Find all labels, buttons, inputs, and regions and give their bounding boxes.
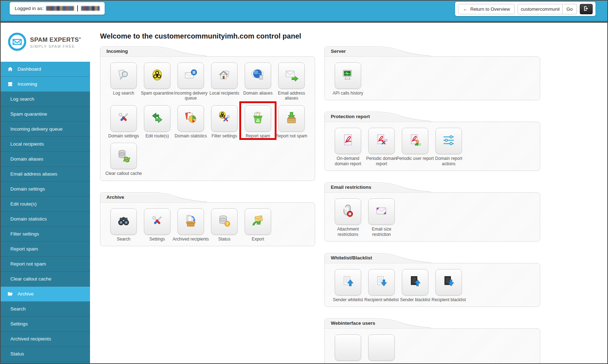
icon-button xyxy=(368,198,395,225)
panel-item-export[interactable]: Export xyxy=(241,208,275,242)
panel-item-local-recipients[interactable]: Local recipients xyxy=(208,62,241,101)
sidebar-item-domain-statistics[interactable]: Domain statistics xyxy=(1,212,90,227)
logout-button[interactable] xyxy=(580,4,593,14)
panel-item-periodic-domain-report[interactable]: Periodic domain report xyxy=(365,128,398,166)
panel-item-attachment-restrictions[interactable]: Attachment restrictions xyxy=(331,198,365,237)
panel-item-sender-blacklist[interactable]: Sender blacklist xyxy=(398,269,432,302)
sidebar-item-settings[interactable]: Settings xyxy=(1,317,90,332)
sidebar-item-label: Clear callout cache xyxy=(10,276,51,282)
icon-button: ? xyxy=(211,208,238,235)
return-to-overview-button[interactable]: ← Return to Overview xyxy=(458,4,514,14)
sidebar-item-item[interactable] xyxy=(1,362,90,363)
panel-item-log-search[interactable]: Log search xyxy=(107,62,140,101)
binoculars-icon xyxy=(116,214,131,229)
panel-tab-server: Server xyxy=(324,46,432,57)
sidebar-item-report-not-spam[interactable]: Report not spam xyxy=(1,257,90,272)
sidebar-item-clear-callout-cache[interactable]: Clear callout cache xyxy=(1,272,90,287)
panel-item-email-size-restriction[interactable]: Email size restriction xyxy=(365,198,398,237)
monitor-graph-icon xyxy=(341,68,355,84)
panel-item-api-calls-history[interactable]: API calls history xyxy=(331,62,365,96)
archive-box-icon xyxy=(184,214,198,229)
panel-server: ServerAPI calls history xyxy=(324,46,540,100)
panel-item-label: Attachment restrictions xyxy=(329,227,367,237)
panel-item-on-demand-domain-report[interactable]: On-demand domain report xyxy=(331,128,365,166)
sidebar-item-label: Spam quarantine xyxy=(10,111,47,117)
sidebar-item-domain-settings[interactable]: Domain settings xyxy=(1,182,90,197)
panel-item-settings[interactable]: Settings xyxy=(140,208,174,242)
panel-item-label: Report not spam xyxy=(273,133,310,138)
panel-item-filter-settings[interactable]: Filter settings xyxy=(208,105,241,138)
panel-item-email-address-aliases[interactable]: Email address aliases xyxy=(275,62,308,101)
panel-item-sender-whitelist[interactable]: Sender whitelist xyxy=(331,269,365,302)
panel-webinterface-users: Webinterface users xyxy=(324,318,540,363)
panel-item-recipient-blacklist[interactable]: Recipient blacklist xyxy=(432,269,465,302)
panel-item-archived-recipients[interactable]: Archived recipients xyxy=(174,208,208,242)
icon-button xyxy=(245,208,271,235)
panel-item-domain-settings[interactable]: Domain settings xyxy=(107,105,140,138)
panel-body: SearchSettingsArchived recipients?Status… xyxy=(100,202,315,246)
panel-item-label: On-demand domain report xyxy=(329,156,367,166)
topbar: Logged in as: ← Return to Overview Go xyxy=(1,1,607,21)
sidebar-item-edit-route-s[interactable]: Edit route(s) xyxy=(1,197,90,212)
panel-item-label: Filter settings xyxy=(205,133,243,138)
panel-item-report-not-spam[interactable]: Report not spam xyxy=(275,105,308,138)
panel-item-domain-report-actions[interactable]: Domain report actions xyxy=(432,128,465,166)
icon-button xyxy=(144,62,170,89)
panel-item-clear-callout-cache[interactable]: Clear callout cache xyxy=(107,143,140,176)
sidebar-item-incoming-delivery-queue[interactable]: Incoming delivery queue xyxy=(1,122,90,137)
sidebar-item-status[interactable]: Status xyxy=(1,347,90,362)
panel-item-recipient-whitelist[interactable]: Recipient whitelist xyxy=(365,269,398,302)
sidebar-item-local-recipients[interactable]: Local recipients xyxy=(1,137,90,152)
sidebar-item-label: Archived recipients xyxy=(10,336,51,342)
panel-item-search[interactable]: Search xyxy=(107,208,140,242)
icon-button xyxy=(402,269,428,295)
icon-button xyxy=(368,334,395,361)
sidebar-item-label: Status xyxy=(10,351,24,357)
panel-item-item[interactable] xyxy=(331,334,365,363)
sidebar-item-log-search[interactable]: Log search xyxy=(1,92,90,107)
panel-item-label: Email size restriction xyxy=(363,227,400,237)
sidebar-item-incoming[interactable]: Incoming xyxy=(1,77,90,92)
panel-item-domain-statistics[interactable]: Domain statistics xyxy=(174,105,208,138)
sidebar-item-domain-aliases[interactable]: Domain aliases xyxy=(1,152,90,167)
home-icon xyxy=(7,66,13,72)
go-button[interactable]: Go xyxy=(563,4,577,14)
sidebar-item-label: Settings xyxy=(10,321,28,327)
panel-item-item[interactable] xyxy=(365,334,398,363)
main-content: Welcome to the customercommunityimh.com … xyxy=(90,23,607,363)
panel-item-spam-quarantine[interactable]: Spam quarantine xyxy=(140,62,174,101)
sidebar-item-label: Local recipients xyxy=(10,141,44,147)
sidebar-item-label: Incoming xyxy=(18,81,37,87)
sidebar-item-archived-recipients[interactable]: Archived recipients xyxy=(1,332,90,347)
control-panel-page: Logged in as: ← Return to Overview Go xyxy=(0,0,608,364)
logo: SPAM EXPERTS® SIMPLY SPAM FREE xyxy=(1,23,90,62)
page-title: Welcome to the customercommunityimh.com … xyxy=(100,32,607,40)
panel-item-incoming-delivery-queue[interactable]: Incoming delivery queue xyxy=(174,62,208,101)
panel-title: Webinterface users xyxy=(324,318,375,326)
panel-email-restrictions: Email restrictionsAttachment restriction… xyxy=(324,182,540,242)
sidebar-item-filter-settings[interactable]: Filter settings xyxy=(1,227,90,242)
mail-forward-icon xyxy=(284,68,299,84)
panel-item-status[interactable]: ?Status xyxy=(208,208,241,242)
panel-title: Incoming xyxy=(100,46,128,54)
sidebar-item-email-address-aliases[interactable]: Email address aliases xyxy=(1,167,90,182)
panel-item-edit-route-s[interactable]: Edit route(s) xyxy=(140,105,174,138)
topbar-controls: ← Return to Overview Go xyxy=(455,2,595,16)
domain-input[interactable] xyxy=(518,4,563,14)
blacklist-down-icon xyxy=(442,274,456,290)
icon-button xyxy=(335,334,361,361)
sidebar-item-archive[interactable]: Archive xyxy=(1,287,90,302)
sidebar-item-spam-quarantine[interactable]: Spam quarantine xyxy=(1,107,90,122)
panel-body: API calls history xyxy=(324,56,540,100)
sidebar-item-report-spam[interactable]: Report spam xyxy=(1,242,90,257)
sidebar-item-dashboard[interactable]: Dashboard xyxy=(1,62,90,77)
icon-button xyxy=(144,208,170,235)
redacted-caret xyxy=(77,5,78,11)
whitelist-up-icon xyxy=(341,274,355,290)
panel-item-domain-aliases[interactable]: Domain aliases xyxy=(241,62,275,101)
panel-item-periodic-user-report[interactable]: Periodic user report xyxy=(398,128,432,166)
sidebar-item-search[interactable]: Search xyxy=(1,302,90,317)
logout-icon xyxy=(583,5,589,13)
panel-item-report-spam[interactable]: Report spam xyxy=(241,105,275,138)
pie-chart-icon xyxy=(184,111,198,126)
